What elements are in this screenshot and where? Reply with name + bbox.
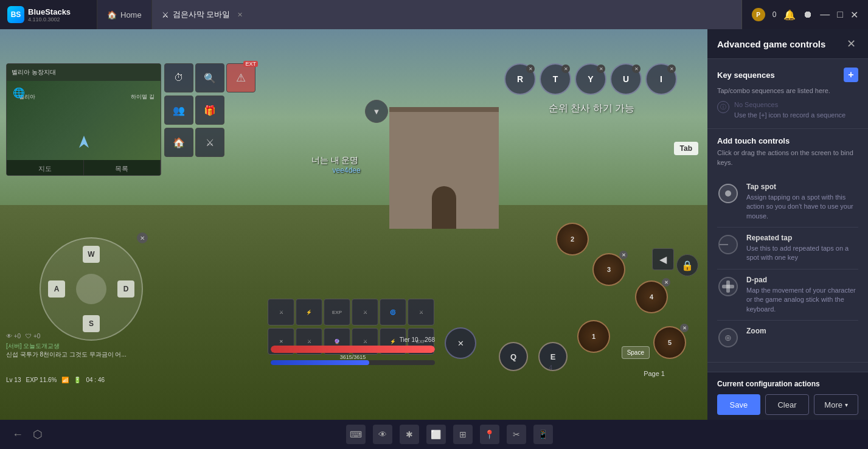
- skill-btn-1[interactable]: ⚔: [268, 299, 294, 325]
- skill-3-close[interactable]: ✕: [619, 251, 628, 259]
- action-x-btn[interactable]: ✕: [445, 327, 476, 359]
- location-icon[interactable]: 📍: [480, 425, 499, 444]
- tap-spot-item: Tap spot Assign tapping on a spot with t…: [717, 176, 858, 228]
- skill-2-btn[interactable]: 2: [556, 223, 589, 256]
- key-t-wrapper: T ✕: [540, 63, 571, 95]
- skill-4-close[interactable]: ✕: [662, 278, 670, 287]
- key-w[interactable]: W: [83, 246, 100, 263]
- status-text: 순위 찬사 하기 가능: [549, 102, 634, 115]
- minimap-body[interactable]: 벨리아 하이델 길 🌐: [7, 81, 161, 160]
- minimap-footer: 지도 목록: [7, 160, 161, 176]
- menu-icon-5[interactable]: 🎁: [195, 96, 224, 125]
- svg-marker-0: [79, 136, 89, 148]
- arrow-icon[interactable]: ◀: [652, 248, 674, 270]
- game-viewport[interactable]: ⏱ 🔍 ⚠ EXT 👥 🎁 🏠 ⚔ ▼ 벨리아 농장지대: [0, 29, 707, 420]
- menu-icon-7[interactable]: ⚔: [195, 128, 224, 157]
- skill-4-btn[interactable]: 4 ✕: [635, 280, 668, 313]
- player-arrow: [79, 136, 89, 148]
- space-key[interactable]: Space: [622, 346, 650, 359]
- bell-icon[interactable]: 🔔: [783, 9, 796, 21]
- list-btn[interactable]: 목록: [84, 160, 161, 176]
- skill-5-close[interactable]: ✕: [680, 324, 689, 332]
- bottom-left: ← ⬡: [12, 428, 43, 441]
- zoom-item: ⊕ Zoom: [717, 321, 858, 355]
- collapse-btn[interactable]: ▼: [365, 100, 388, 123]
- home-icon[interactable]: ⬡: [33, 428, 43, 441]
- tab-game[interactable]: ⚔ 검은사막 모바일 ✕: [152, 0, 742, 29]
- key-u-close[interactable]: ✕: [632, 64, 641, 73]
- key-a[interactable]: A: [48, 280, 65, 298]
- hint-icon: ⓘ: [717, 101, 729, 113]
- map-btn[interactable]: 지도: [7, 160, 84, 176]
- key-s[interactable]: S: [83, 315, 100, 332]
- eye-icon[interactable]: 👁: [373, 425, 392, 444]
- key-y-close[interactable]: ✕: [597, 64, 605, 73]
- minimap-globe-icon[interactable]: 🌐: [13, 87, 25, 99]
- lock-icon[interactable]: 🔒: [676, 254, 698, 276]
- skill-4-label: 4: [650, 293, 653, 301]
- clear-button[interactable]: Clear: [765, 394, 810, 415]
- key-d[interactable]: D: [117, 280, 134, 298]
- skill-btn-2[interactable]: ⚡: [296, 299, 322, 325]
- panel-close-btn[interactable]: ✕: [844, 37, 858, 51]
- key-y-wrapper: Y ✕: [575, 63, 606, 95]
- menu-icon-3[interactable]: ⚠: [226, 63, 255, 92]
- tab-home[interactable]: 🏠 Home: [97, 0, 152, 29]
- minimize-icon[interactable]: —: [820, 9, 830, 20]
- back-icon[interactable]: ←: [12, 428, 23, 441]
- key-r-close[interactable]: ✕: [526, 64, 535, 73]
- more-button[interactable]: More ▾: [814, 394, 858, 415]
- no-sequences-label: No Sequences: [734, 101, 845, 108]
- scissors-icon[interactable]: ✂: [507, 425, 526, 444]
- key-r-wrapper: R ✕: [504, 63, 536, 95]
- window-icon[interactable]: ⬜: [426, 425, 446, 444]
- skill-1-btn[interactable]: 1: [577, 320, 610, 353]
- d-pad-name: D-pad: [746, 276, 858, 284]
- game-menu: ⏱ 🔍 ⚠ EXT 👥 🎁 🏠 ⚔ ▼: [164, 63, 255, 157]
- skill-3-btn[interactable]: 3 ✕: [592, 253, 625, 286]
- skill-5-btn[interactable]: 5 ✕: [653, 326, 686, 359]
- skill-btn-3[interactable]: EXP: [324, 299, 350, 325]
- pointer-icon[interactable]: ✱: [400, 425, 419, 444]
- repeated-tap-icon-wrap: [717, 234, 739, 256]
- touch-controls-desc: Click or drag the actions on the screen …: [717, 148, 858, 168]
- tap-spot-name: Tap spot: [746, 183, 858, 191]
- key-sequences-title: Key sequences: [717, 71, 775, 80]
- save-button[interactable]: Save: [717, 394, 760, 415]
- menu-icon-6[interactable]: 🏠: [164, 128, 193, 157]
- menu-icon-1[interactable]: ⏱: [164, 63, 193, 92]
- game-tab-close[interactable]: ✕: [237, 11, 243, 19]
- home-tab-icon: 🏠: [107, 10, 117, 19]
- menu-icon-2[interactable]: 🔍: [195, 63, 224, 92]
- key-i-wrapper: I ✕: [645, 63, 677, 95]
- skill-btn-5[interactable]: 🌀: [380, 299, 406, 325]
- menu-icon-4[interactable]: 👥: [164, 96, 193, 125]
- add-sequence-btn[interactable]: +: [844, 68, 858, 82]
- config-buttons: Save Clear More ▾: [717, 394, 858, 415]
- phone-icon[interactable]: 📱: [533, 425, 553, 444]
- grid-icon[interactable]: ⊞: [453, 425, 473, 444]
- keyboard-icon[interactable]: ⌨: [346, 425, 366, 444]
- level-num: 268: [425, 336, 435, 343]
- maximize-icon[interactable]: □: [837, 9, 843, 20]
- skill-bar: ⚔ ⚡ EXP ⚔ 🌀 ⚔: [268, 299, 434, 325]
- d-pad-desc: Map the movement of your character or th…: [746, 286, 858, 314]
- tab-key[interactable]: Tab: [674, 142, 698, 155]
- dpad[interactable]: W A S D: [40, 237, 143, 341]
- level-label: Lv 13: [6, 377, 21, 383]
- top-right-icons: P 0 🔔 ⏺ — □ ✕: [742, 8, 868, 21]
- repeated-tap-desc: Use this to add repeated taps on a spot …: [746, 244, 858, 263]
- key-e-btn[interactable]: E: [538, 342, 568, 371]
- minimap-header: 벨리아 농장지대: [7, 64, 161, 81]
- dpad-close[interactable]: ✕: [137, 232, 148, 243]
- gold-badge: P: [752, 8, 765, 21]
- chat-stat-1: 👁 +0: [6, 333, 21, 339]
- key-t-close[interactable]: ✕: [561, 64, 570, 73]
- skill-3-label: 3: [607, 266, 611, 273]
- skill-btn-4[interactable]: ⚔: [352, 299, 378, 325]
- skill-btn-6[interactable]: ⚔: [408, 299, 434, 325]
- key-i-close[interactable]: ✕: [667, 64, 676, 73]
- close-icon[interactable]: ✕: [850, 9, 858, 21]
- key-q-btn[interactable]: Q: [499, 342, 528, 371]
- record-icon[interactable]: ⏺: [803, 9, 813, 20]
